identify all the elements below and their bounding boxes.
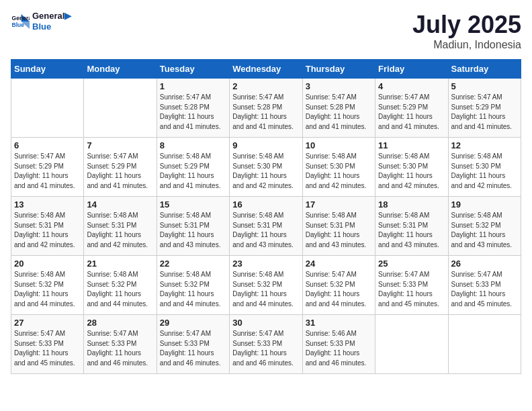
calendar-cell: 9Sunrise: 5:48 AMSunset: 5:30 PMDaylight…	[230, 138, 302, 197]
calendar-cell: 28Sunrise: 5:47 AMSunset: 5:33 PMDayligh…	[84, 315, 157, 374]
day-number: 4	[378, 81, 445, 91]
day-number: 30	[232, 318, 299, 328]
calendar-cell: 13Sunrise: 5:48 AMSunset: 5:31 PMDayligh…	[11, 197, 84, 256]
calendar-cell: 14Sunrise: 5:48 AMSunset: 5:31 PMDayligh…	[84, 197, 157, 256]
calendar-cell: 29Sunrise: 5:47 AMSunset: 5:33 PMDayligh…	[157, 315, 229, 374]
weekday-header-wednesday: Wednesday	[230, 60, 302, 79]
calendar-cell: 5Sunrise: 5:47 AMSunset: 5:29 PMDaylight…	[448, 79, 521, 138]
day-number: 25	[378, 259, 445, 269]
day-number: 21	[87, 259, 153, 269]
weekday-header-thursday: Thursday	[302, 60, 375, 79]
day-info: Sunrise: 5:48 AMSunset: 5:32 PMDaylight:…	[451, 211, 518, 250]
day-info: Sunrise: 5:48 AMSunset: 5:31 PMDaylight:…	[87, 211, 153, 250]
day-info: Sunrise: 5:47 AMSunset: 5:32 PMDaylight:…	[306, 270, 372, 309]
day-info: Sunrise: 5:47 AMSunset: 5:29 PMDaylight:…	[14, 152, 81, 191]
day-info: Sunrise: 5:48 AMSunset: 5:32 PMDaylight:…	[232, 270, 299, 309]
calendar-cell: 4Sunrise: 5:47 AMSunset: 5:29 PMDaylight…	[375, 79, 448, 138]
logo-icon: General Blue	[11, 12, 30, 31]
day-info: Sunrise: 5:48 AMSunset: 5:30 PMDaylight:…	[451, 152, 518, 191]
day-number: 17	[306, 199, 372, 210]
day-info: Sunrise: 5:47 AMSunset: 5:29 PMDaylight:…	[451, 93, 518, 132]
page-header: General Blue General▶ Blue July 2025 Mad…	[11, 11, 521, 51]
month-year: July 2025	[412, 11, 521, 39]
day-info: Sunrise: 5:48 AMSunset: 5:29 PMDaylight:…	[160, 152, 226, 191]
day-number: 5	[451, 81, 518, 91]
day-info: Sunrise: 5:48 AMSunset: 5:30 PMDaylight:…	[232, 152, 299, 191]
day-info: Sunrise: 5:48 AMSunset: 5:32 PMDaylight:…	[87, 270, 153, 309]
day-info: Sunrise: 5:47 AMSunset: 5:33 PMDaylight:…	[160, 329, 226, 368]
day-info: Sunrise: 5:47 AMSunset: 5:29 PMDaylight:…	[87, 152, 153, 191]
calendar-table: SundayMondayTuesdayWednesdayThursdayFrid…	[11, 59, 521, 374]
calendar-cell: 20Sunrise: 5:48 AMSunset: 5:32 PMDayligh…	[11, 256, 84, 315]
day-info: Sunrise: 5:48 AMSunset: 5:31 PMDaylight:…	[14, 211, 81, 250]
title-block: July 2025 Madiun, Indonesia	[412, 11, 521, 51]
day-number: 2	[232, 81, 299, 91]
day-info: Sunrise: 5:47 AMSunset: 5:28 PMDaylight:…	[160, 93, 226, 132]
day-number: 28	[87, 318, 153, 328]
day-number: 11	[378, 140, 445, 150]
location: Madiun, Indonesia	[412, 39, 521, 51]
calendar-cell: 7Sunrise: 5:47 AMSunset: 5:29 PMDaylight…	[84, 138, 157, 197]
weekday-header-friday: Friday	[375, 60, 448, 79]
day-number: 3	[306, 81, 372, 91]
day-number: 12	[451, 140, 518, 150]
day-number: 20	[14, 259, 81, 269]
calendar-cell	[448, 315, 521, 374]
day-info: Sunrise: 5:47 AMSunset: 5:33 PMDaylight:…	[14, 329, 81, 368]
calendar-cell: 31Sunrise: 5:46 AMSunset: 5:33 PMDayligh…	[302, 315, 375, 374]
calendar-cell: 24Sunrise: 5:47 AMSunset: 5:32 PMDayligh…	[302, 256, 375, 315]
calendar-cell: 8Sunrise: 5:48 AMSunset: 5:29 PMDaylight…	[157, 138, 229, 197]
day-info: Sunrise: 5:48 AMSunset: 5:31 PMDaylight:…	[160, 211, 226, 250]
day-number: 8	[160, 140, 226, 150]
day-number: 14	[87, 199, 153, 210]
day-number: 1	[160, 81, 226, 91]
calendar-cell: 1Sunrise: 5:47 AMSunset: 5:28 PMDaylight…	[157, 79, 229, 138]
calendar-cell: 21Sunrise: 5:48 AMSunset: 5:32 PMDayligh…	[84, 256, 157, 315]
calendar-cell: 26Sunrise: 5:47 AMSunset: 5:33 PMDayligh…	[448, 256, 521, 315]
calendar-cell: 17Sunrise: 5:48 AMSunset: 5:31 PMDayligh…	[302, 197, 375, 256]
weekday-header-saturday: Saturday	[448, 60, 521, 79]
day-info: Sunrise: 5:48 AMSunset: 5:30 PMDaylight:…	[306, 152, 372, 191]
calendar-cell: 22Sunrise: 5:48 AMSunset: 5:32 PMDayligh…	[157, 256, 229, 315]
day-number: 18	[378, 199, 445, 210]
day-info: Sunrise: 5:48 AMSunset: 5:32 PMDaylight:…	[160, 270, 226, 309]
day-info: Sunrise: 5:48 AMSunset: 5:31 PMDaylight:…	[378, 211, 445, 250]
logo: General Blue General▶ Blue	[11, 11, 71, 32]
calendar-cell: 16Sunrise: 5:48 AMSunset: 5:31 PMDayligh…	[230, 197, 302, 256]
logo-line2: Blue	[32, 21, 71, 32]
day-number: 27	[14, 318, 81, 328]
day-number: 13	[14, 199, 81, 210]
calendar-cell: 12Sunrise: 5:48 AMSunset: 5:30 PMDayligh…	[448, 138, 521, 197]
calendar-cell: 25Sunrise: 5:47 AMSunset: 5:33 PMDayligh…	[375, 256, 448, 315]
day-info: Sunrise: 5:46 AMSunset: 5:33 PMDaylight:…	[306, 329, 372, 368]
day-number: 7	[87, 140, 153, 150]
calendar-cell: 10Sunrise: 5:48 AMSunset: 5:30 PMDayligh…	[302, 138, 375, 197]
day-number: 31	[306, 318, 372, 328]
day-number: 6	[14, 140, 81, 150]
calendar-cell: 23Sunrise: 5:48 AMSunset: 5:32 PMDayligh…	[230, 256, 302, 315]
calendar-cell: 30Sunrise: 5:47 AMSunset: 5:33 PMDayligh…	[230, 315, 302, 374]
calendar-cell: 2Sunrise: 5:47 AMSunset: 5:28 PMDaylight…	[230, 79, 302, 138]
calendar-cell: 18Sunrise: 5:48 AMSunset: 5:31 PMDayligh…	[375, 197, 448, 256]
day-number: 19	[451, 199, 518, 210]
day-number: 29	[160, 318, 226, 328]
day-number: 15	[160, 199, 226, 210]
calendar-cell	[375, 315, 448, 374]
day-number: 9	[232, 140, 299, 150]
day-info: Sunrise: 5:47 AMSunset: 5:33 PMDaylight:…	[378, 270, 445, 309]
calendar-cell	[11, 79, 84, 138]
svg-text:Blue: Blue	[12, 21, 25, 28]
calendar-cell: 19Sunrise: 5:48 AMSunset: 5:32 PMDayligh…	[448, 197, 521, 256]
day-info: Sunrise: 5:47 AMSunset: 5:33 PMDaylight:…	[87, 329, 153, 368]
day-info: Sunrise: 5:47 AMSunset: 5:33 PMDaylight:…	[232, 329, 299, 368]
day-info: Sunrise: 5:48 AMSunset: 5:32 PMDaylight:…	[14, 270, 81, 309]
day-info: Sunrise: 5:47 AMSunset: 5:33 PMDaylight:…	[451, 270, 518, 309]
calendar-cell: 15Sunrise: 5:48 AMSunset: 5:31 PMDayligh…	[157, 197, 229, 256]
calendar-cell: 6Sunrise: 5:47 AMSunset: 5:29 PMDaylight…	[11, 138, 84, 197]
weekday-header-monday: Monday	[84, 60, 157, 79]
day-info: Sunrise: 5:47 AMSunset: 5:29 PMDaylight:…	[378, 93, 445, 132]
svg-text:General: General	[12, 15, 30, 21]
logo-line1: General▶	[32, 11, 71, 21]
day-info: Sunrise: 5:48 AMSunset: 5:30 PMDaylight:…	[378, 152, 445, 191]
day-number: 24	[306, 259, 372, 269]
